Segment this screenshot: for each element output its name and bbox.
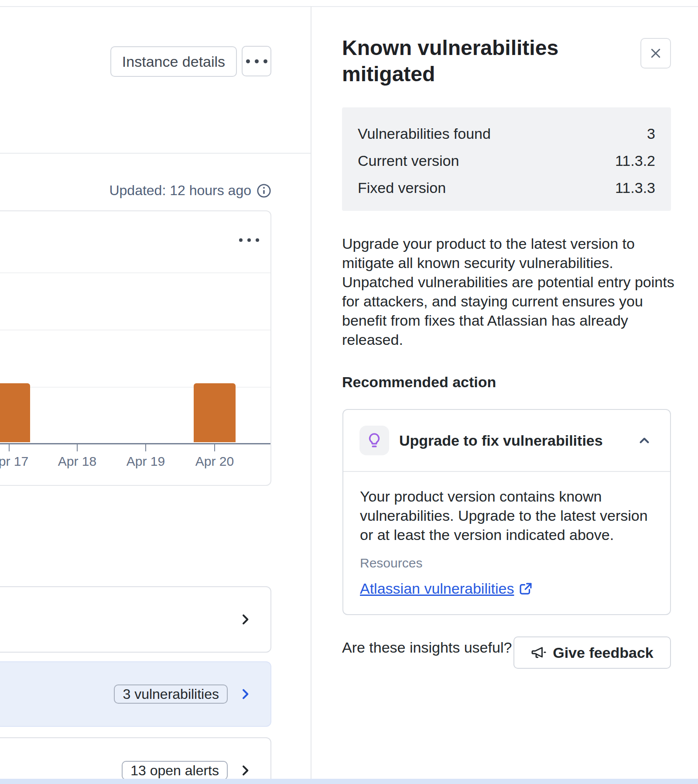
updated-text: Updated: 12 hours ago (109, 182, 251, 199)
vulnerabilities-count-badge: 3 vulnerabilities (114, 684, 228, 704)
external-link-icon (518, 581, 533, 596)
bottom-selection-strip (0, 779, 698, 784)
x-axis (0, 443, 270, 444)
summary-label: Vulnerabilities found (358, 126, 491, 141)
chevron-right-icon (238, 687, 252, 701)
give-feedback-button[interactable]: Give feedback (513, 636, 671, 669)
meatball-icon (246, 59, 267, 63)
axis-tick (214, 444, 215, 451)
x-tick-label: Apr 17 (0, 454, 40, 469)
summary-value: 11.3.2 (615, 153, 655, 168)
panel-description: Upgrade your product to the latest versi… (342, 234, 674, 349)
lightbulb-icon-tile (359, 426, 389, 455)
give-feedback-label: Give feedback (553, 644, 654, 661)
vulnerability-summary-box: Vulnerabilities found 3 Current version … (342, 107, 671, 211)
gridline (0, 330, 270, 330)
instance-details-button[interactable]: Instance details (110, 46, 237, 77)
action-card-body: Your product version contains known vuln… (360, 487, 652, 544)
axis-tick (9, 444, 10, 451)
summary-value: 11.3.3 (615, 180, 655, 196)
insight-row-vulnerabilities-selected[interactable]: 3 vulnerabilities (0, 661, 271, 727)
header-section-divider (0, 153, 311, 154)
summary-value: 3 (647, 126, 655, 141)
megaphone-icon (531, 645, 547, 660)
close-icon (649, 47, 662, 60)
more-options-button[interactable] (242, 46, 271, 76)
panel-divider (311, 6, 311, 784)
summary-label: Current version (358, 153, 459, 168)
gridline (0, 272, 270, 273)
summary-row: Fixed version 11.3.3 (358, 180, 655, 196)
insight-row-open-alerts[interactable]: 13 open alerts (0, 737, 271, 784)
atlassian-vulnerabilities-link[interactable]: Atlassian vulnerabilities (360, 580, 514, 597)
action-card-title: Upgrade to fix vulnerabilities (399, 432, 637, 449)
top-border-line (0, 6, 698, 7)
action-card-header[interactable]: Upgrade to fix vulnerabilities (343, 410, 670, 472)
open-alerts-count-badge: 13 open alerts (122, 761, 228, 780)
chevron-right-icon (238, 763, 252, 777)
bar-apr-20 (194, 383, 236, 442)
bar-apr-17 (0, 383, 30, 442)
recommended-action-heading: Recommended action (342, 374, 496, 391)
recommended-action-card: Upgrade to fix vulnerabilities Your prod… (342, 409, 671, 615)
chart-updated-status: Updated: 12 hours ago (0, 182, 271, 199)
lightbulb-icon (366, 432, 383, 449)
feedback-question: Are these insights useful? (342, 639, 512, 656)
vulnerabilities-chart-card: Apr 17 Apr 18 Apr 19 Apr 20 (0, 210, 271, 486)
axis-tick (145, 444, 146, 451)
x-tick-label: Apr 18 (47, 454, 108, 469)
panel-title: Known vulnerabilities mitigated (342, 35, 604, 87)
close-button[interactable] (640, 38, 671, 69)
summary-label: Fixed version (358, 180, 446, 196)
summary-row: Vulnerabilities found 3 (358, 126, 655, 141)
summary-row: Current version 11.3.2 (358, 153, 655, 168)
insight-row[interactable] (0, 586, 271, 653)
axis-tick (77, 444, 78, 451)
x-tick-label: Apr 20 (184, 454, 245, 469)
x-tick-label: Apr 19 (115, 454, 176, 469)
chart-more-options-icon[interactable] (239, 238, 259, 242)
chevron-right-icon (238, 612, 252, 626)
resources-label: Resources (360, 556, 422, 571)
info-icon[interactable] (257, 183, 271, 198)
chevron-up-icon[interactable] (637, 433, 652, 448)
